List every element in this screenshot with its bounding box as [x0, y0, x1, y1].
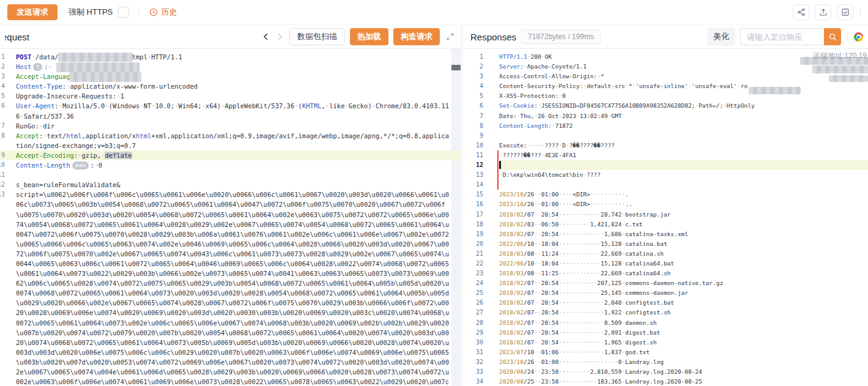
code-line: 7Date:·Thu,·26·Oct·2023·13:02:49·GMT [463, 111, 868, 121]
line-number: 7 [463, 111, 483, 121]
redaction-patch [812, 65, 868, 73]
export-button[interactable] [815, 4, 831, 20]
response-pane-header: Responses 71872bytes / 199ms 美化 [463, 25, 868, 49]
line-number: 25 [463, 288, 483, 298]
clock-icon [149, 8, 158, 17]
redaction-patch [58, 53, 133, 62]
line-number: 11 [463, 150, 483, 160]
share-icon [797, 8, 806, 17]
line-number: 14 [463, 180, 483, 190]
line-number: 5 [0, 91, 5, 101]
line-number: 5 [463, 91, 483, 101]
response-search [740, 28, 841, 45]
response-header-divider [847, 32, 848, 41]
line-number: 21 [463, 249, 483, 259]
request-code: 1POST·/data/sys-common/treexml.tmpl·HTTP… [0, 52, 461, 386]
open-in-browser-chrome-icon[interactable] [854, 32, 863, 42]
code-line: 272018/02/07··20:54·············1,922·co… [463, 308, 868, 317]
code-line: 172018/02/07··20:54············28,742·bo… [463, 210, 868, 220]
code-line: 262018/02/07··20:54·············2,040·co… [463, 298, 868, 308]
line-number: 16 [463, 199, 483, 209]
line-number: 27 [463, 308, 483, 317]
fullscreen-icon[interactable] [445, 31, 456, 42]
code-line: 12s_bean=ruleFormulaValidate& [0, 180, 461, 190]
report-button[interactable] [837, 4, 853, 20]
packet-scan-button[interactable]: 数据包扫描 [289, 28, 345, 45]
code-line: 4Content-Security-Policy:·default-src·*·… [463, 81, 868, 91]
request-editor[interactable]: 1POST·/data/sys-common/treexml.tmpl·HTTP… [0, 49, 461, 386]
code-line: 7RunGo:·dir [0, 121, 461, 131]
line-number: 12 [0, 180, 5, 190]
line-number: 9 [0, 150, 5, 160]
code-line: 192018/02/07··20:54·············1,686·ca… [463, 229, 868, 239]
search-button[interactable] [824, 28, 841, 45]
code-line: 10Content-Lengthauto:·0 [0, 160, 461, 170]
request-pane: Request 数据包扫描 热加载 构造请求 [0, 25, 461, 386]
code-line: 302018/02/07··20:54·············1,965·di… [463, 338, 868, 347]
code-line: 232018/03/08··11:25············22,669·ca… [463, 269, 868, 278]
line-number: 1 [463, 52, 483, 62]
line-number: 28 [463, 318, 483, 328]
line-number: 6 [0, 101, 5, 121]
line-number: 20 [463, 239, 483, 249]
code-line: 11·??????��???·4E3E-4FA1 [463, 150, 868, 160]
line-number: 2 [0, 62, 5, 72]
response-stats-badge: 71872bytes / 199ms [521, 29, 601, 44]
line-number: 10 [463, 141, 483, 150]
response-editor[interactable]: 远端地址:120.19 1HTTP/1.1·200·OK2Server:·Apa… [463, 49, 868, 386]
redaction-patch [56, 62, 139, 72]
share-button[interactable] [793, 4, 809, 20]
line-number: 33 [463, 367, 483, 377]
redaction-patch [829, 75, 868, 82]
code-line: 162023/10/26··01:00····<DIR>··········.. [463, 199, 868, 209]
response-pane-title: Responses [470, 32, 516, 42]
toolbar-right-divider [860, 8, 861, 17]
line-number: 13 [0, 190, 5, 386]
code-line: 3Access-Control-Allow-Origin:·* [463, 72, 868, 81]
request-scrollbar-thumb[interactable] [451, 65, 461, 70]
line-number: 22 [463, 259, 483, 269]
code-line: 6Set-Cookie:·JSESSIONID=DF04567C47756A10… [463, 101, 868, 111]
inline-badge: auto [72, 161, 89, 169]
line-number: 19 [463, 229, 483, 239]
history-next-button[interactable] [275, 31, 284, 42]
line-number: 30 [463, 338, 483, 347]
code-line: 322023/10/26··01:00·················0·La… [463, 357, 868, 367]
code-line: 292018/02/07··20:54·············2,091·di… [463, 328, 868, 338]
line-number: 4 [0, 81, 5, 91]
force-https-label: 强制 HTTPS [69, 7, 113, 18]
line-number: 32 [463, 357, 483, 367]
code-line: 4Content-Type:·application/x-www-form-ur… [0, 81, 461, 91]
history-prev-button[interactable] [261, 31, 270, 42]
code-line: 152023/10/26··01:00····<DIR>··········. [463, 190, 868, 199]
line-number: 18 [463, 220, 483, 229]
line-number: 15 [463, 190, 483, 199]
code-line: 13·D:\ekp\win64\tomcat\bin·???? [463, 170, 868, 180]
code-line: 10Execute:·····????·D·?��????��???? [463, 141, 868, 150]
app-root: 发送请求 强制 HTTPS 历史 [0, 0, 868, 386]
code-line: 6User-Agent:·Mozilla/5.0·(Windows·NT·10.… [0, 101, 461, 121]
code-line: 5X-XSS-Protection:·0 [463, 91, 868, 101]
line-number: 7 [0, 121, 5, 131]
line-number: 8 [0, 131, 5, 150]
construct-request-button[interactable]: 构造请求 [393, 28, 440, 45]
line-number: 12 [463, 160, 483, 170]
send-request-button[interactable]: 发送请求 [7, 4, 57, 20]
redaction-patch [749, 87, 801, 94]
line-number: 8 [463, 121, 483, 131]
response-pane: Responses 71872bytes / 199ms 美化 [462, 25, 868, 386]
beautify-button[interactable]: 美化 [707, 28, 735, 46]
hot-reload-button[interactable]: 热加载 [350, 28, 388, 45]
line-number: 13 [463, 170, 483, 180]
report-check-icon [841, 8, 850, 17]
response-search-input[interactable] [740, 28, 824, 45]
code-line: 9 [463, 131, 868, 141]
force-https-checkbox[interactable] [118, 7, 129, 18]
code-line: 312023/07/10··01:06·············1,837·go… [463, 347, 868, 357]
split-view: Request 数据包扫描 热加载 构造请求 [0, 25, 868, 386]
history-button[interactable]: 历史 [149, 7, 177, 18]
code-line: 12 [463, 160, 868, 170]
code-line: 8Content-Length:·71872 [463, 121, 868, 131]
code-line: 11 [0, 170, 461, 180]
request-pane-title: Request [5, 32, 29, 42]
